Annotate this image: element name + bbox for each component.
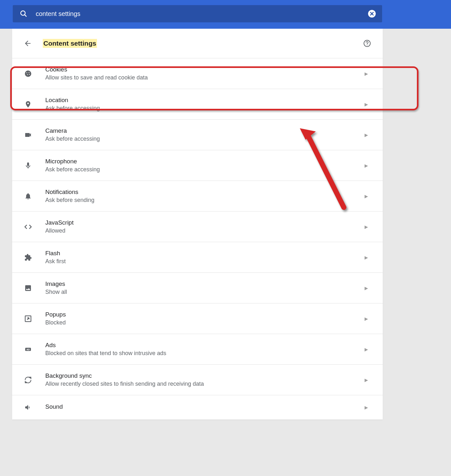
row-text: Ads Blocked on sites that tend to show i… <box>45 342 365 357</box>
row-title: Ads <box>45 342 365 349</box>
row-sub: Ask first <box>45 258 365 265</box>
svg-point-6 <box>25 71 31 77</box>
row-title: JavaScript <box>45 219 365 226</box>
sound-icon <box>24 403 33 412</box>
settings-list: Cookies Allow sites to save and read coo… <box>12 58 383 420</box>
row-sub: Allow sites to save and read cookie data <box>45 74 365 81</box>
chevron-right-icon: ▶ <box>365 71 368 76</box>
row-title: Background sync <box>45 372 365 379</box>
sync-icon <box>24 376 33 384</box>
row-location[interactable]: Location Ask before accessing ▶ <box>12 89 383 120</box>
row-camera[interactable]: Camera Ask before accessing ▶ <box>12 120 383 150</box>
row-flash[interactable]: Flash Ask first ▶ <box>12 242 383 273</box>
svg-point-7 <box>26 72 27 73</box>
image-icon <box>24 284 33 293</box>
row-images[interactable]: Images Show all ▶ <box>12 273 383 303</box>
row-text: Camera Ask before accessing <box>45 127 365 142</box>
svg-line-1 <box>25 15 26 17</box>
row-text: Sound <box>45 403 365 412</box>
row-title: Camera <box>45 127 365 134</box>
svg-point-10 <box>29 74 30 75</box>
chevron-right-icon: ▶ <box>365 286 368 291</box>
chevron-right-icon: ▶ <box>365 194 368 199</box>
row-popups[interactable]: Popups Blocked ▶ <box>12 303 383 334</box>
code-icon <box>24 222 33 231</box>
row-title: Notifications <box>45 189 365 196</box>
row-sub: Blocked on sites that tend to show intru… <box>45 350 365 357</box>
panel-header: Content settings <box>12 39 383 58</box>
top-header: content settings <box>0 0 451 29</box>
row-sub: Ask before sending <box>45 197 365 204</box>
row-sub: Blocked <box>45 319 365 326</box>
row-background-sync[interactable]: Background sync Allow recently closed si… <box>12 365 383 395</box>
row-text: Background sync Allow recently closed si… <box>45 372 365 387</box>
row-title: Microphone <box>45 158 365 165</box>
camera-icon <box>24 130 33 139</box>
svg-point-0 <box>21 11 25 15</box>
ads-icon: AD <box>24 345 33 354</box>
row-title: Cookies <box>45 66 365 73</box>
search-input[interactable]: content settings <box>36 10 368 18</box>
microphone-icon <box>24 161 33 170</box>
row-text: Notifications Ask before sending <box>45 189 365 204</box>
row-sub: Ask before accessing <box>45 105 365 112</box>
chevron-right-icon: ▶ <box>365 132 368 138</box>
row-text: Microphone Ask before accessing <box>45 158 365 173</box>
help-icon[interactable] <box>363 39 371 48</box>
row-title: Images <box>45 280 365 287</box>
svg-point-5 <box>367 45 367 46</box>
row-sub: Ask before accessing <box>45 136 365 142</box>
row-sub: Ask before accessing <box>45 166 365 173</box>
row-microphone[interactable]: Microphone Ask before accessing ▶ <box>12 150 383 181</box>
chevron-right-icon: ▶ <box>365 255 368 260</box>
back-arrow-icon[interactable] <box>24 39 32 48</box>
row-text: Location Ask before accessing <box>45 97 365 112</box>
bell-icon <box>24 192 33 201</box>
chevron-right-icon: ▶ <box>365 347 368 352</box>
chevron-right-icon: ▶ <box>365 102 368 107</box>
svg-text:AD: AD <box>26 348 30 351</box>
search-icon <box>19 9 28 18</box>
location-icon <box>24 100 33 109</box>
row-text: Popups Blocked <box>45 311 365 326</box>
extension-icon <box>24 253 33 262</box>
row-sub: Allowed <box>45 227 365 234</box>
row-title: Flash <box>45 250 365 257</box>
search-bar[interactable]: content settings <box>13 5 382 22</box>
row-sound[interactable]: Sound ▶ <box>12 395 383 420</box>
row-title: Location <box>45 97 365 104</box>
content-panel: Content settings Cookies Allow sites to … <box>12 29 383 420</box>
row-sub: Allow recently closed sites to finish se… <box>45 381 365 387</box>
row-notifications[interactable]: Notifications Ask before sending ▶ <box>12 181 383 212</box>
row-sub: Show all <box>45 289 365 295</box>
svg-point-8 <box>29 72 30 73</box>
chevron-right-icon: ▶ <box>365 316 368 321</box>
row-text: Flash Ask first <box>45 250 365 265</box>
page-title: Content settings <box>43 39 97 48</box>
row-ads[interactable]: AD Ads Blocked on sites that tend to sho… <box>12 334 383 365</box>
chevron-right-icon: ▶ <box>365 405 368 410</box>
chevron-right-icon: ▶ <box>365 224 368 229</box>
row-title: Sound <box>45 403 365 410</box>
row-text: JavaScript Allowed <box>45 219 365 234</box>
clear-icon[interactable] <box>368 10 376 18</box>
row-text: Cookies Allow sites to save and read coo… <box>45 66 365 81</box>
row-cookies[interactable]: Cookies Allow sites to save and read coo… <box>12 58 383 89</box>
svg-point-9 <box>27 74 28 75</box>
cookie-icon <box>24 69 33 78</box>
row-javascript[interactable]: JavaScript Allowed ▶ <box>12 212 383 242</box>
chevron-right-icon: ▶ <box>365 163 368 168</box>
row-title: Popups <box>45 311 365 318</box>
row-text: Images Show all <box>45 280 365 295</box>
popup-icon <box>24 314 33 323</box>
chevron-right-icon: ▶ <box>365 377 368 383</box>
